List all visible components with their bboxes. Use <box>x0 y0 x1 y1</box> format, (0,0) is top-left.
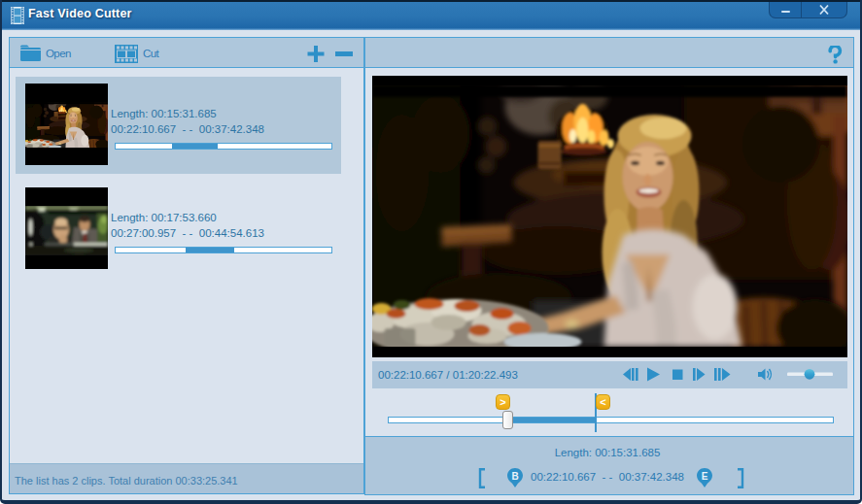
svg-text:E: E <box>702 471 708 482</box>
svg-text:B: B <box>511 471 518 482</box>
